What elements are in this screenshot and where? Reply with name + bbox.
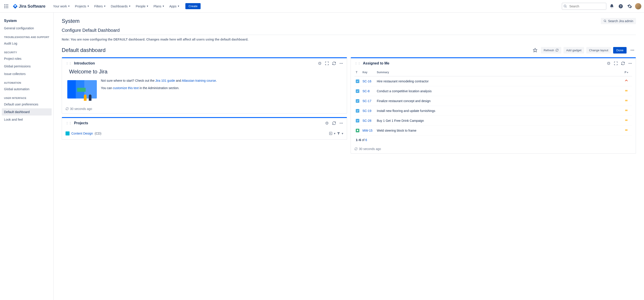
gadget-footer: 30 seconds ago [351, 144, 636, 153]
minimize-icon[interactable] [325, 121, 329, 125]
notifications-icon[interactable] [608, 3, 616, 10]
nav-item-apps[interactable]: Apps▼ [167, 3, 182, 10]
svg-point-18 [633, 50, 634, 50]
table-row[interactable]: SC-19Install new flooring and update fur… [354, 106, 632, 116]
gadget-header: ⋮⋮ Projects [62, 118, 347, 128]
search-jira-admin-button[interactable]: Search Jira admin [601, 18, 636, 24]
minimize-icon[interactable] [318, 61, 322, 65]
nav-item-people[interactable]: People▼ [134, 3, 151, 10]
svg-rect-41 [625, 130, 628, 131]
top-nav: Jira Software Your work▼Projects▼Filters… [0, 0, 644, 13]
star-icon[interactable] [532, 47, 539, 54]
drag-handle-icon[interactable]: ⋮⋮ [354, 62, 361, 65]
nav-item-your-work[interactable]: Your work▼ [51, 3, 72, 10]
more-icon[interactable] [629, 47, 636, 54]
minimize-icon[interactable] [607, 61, 611, 65]
refresh-icon[interactable] [332, 121, 336, 125]
sidebar-item-audit-log[interactable]: Audit Log [2, 40, 52, 47]
svg-point-16 [631, 50, 632, 50]
task-icon [356, 109, 359, 113]
jira-101-link[interactable]: Jira 101 guide [156, 79, 175, 82]
more-icon[interactable] [339, 61, 343, 65]
dashboard-header: Default dashboard Refresh Add gadget Cha… [62, 47, 636, 54]
issue-key[interactable]: MW-15 [362, 129, 372, 132]
chevron-down-icon: ▾ [627, 71, 628, 74]
app-switcher-icon[interactable] [3, 3, 10, 10]
sidebar-item-look-and-feel[interactable]: Look and feel [2, 116, 52, 123]
sidebar-item-project-roles[interactable]: Project roles [2, 55, 52, 62]
gadget-projects: ⋮⋮ Projects Content Design (CD) [62, 117, 347, 140]
nav-right: ? [562, 3, 641, 10]
help-icon[interactable]: ? [617, 3, 624, 10]
chevron-down-icon[interactable]: ▾ [342, 132, 343, 135]
settings-icon[interactable] [626, 3, 633, 10]
sidebar-item-global-permissions[interactable]: Global permissions [2, 63, 52, 70]
sidebar-item-default-dashboard[interactable]: Default dashboard [2, 108, 52, 116]
issue-key[interactable]: SC-8 [362, 89, 370, 93]
issue-key[interactable]: SC-19 [362, 109, 372, 113]
more-icon[interactable] [628, 61, 632, 65]
search-input[interactable] [562, 3, 606, 10]
project-icon [66, 131, 70, 135]
gadget-column-right: ⋮⋮ Assigned to Me [350, 57, 636, 154]
task-icon [356, 89, 359, 93]
issue-key[interactable]: SC-17 [362, 99, 372, 103]
divider [62, 35, 636, 35]
column-key[interactable]: Key [361, 69, 376, 76]
svg-line-14 [606, 22, 606, 22]
svg-rect-2 [8, 4, 8, 5]
search-icon [564, 5, 567, 8]
customize-link[interactable]: customize this text [113, 86, 139, 90]
logo[interactable]: Jira Software [11, 4, 47, 9]
training-link[interactable]: Atlassian training course [182, 79, 216, 82]
svg-rect-5 [8, 6, 8, 7]
nav-item-filters[interactable]: Filters▼ [92, 3, 108, 10]
table-row[interactable]: SC-8Conduct a competitive location analy… [354, 86, 632, 96]
priority-medium-icon [624, 118, 628, 122]
table-row[interactable]: SC-17Finalize restaurant concept and des… [354, 96, 632, 106]
table-row[interactable]: SC-16Hire restaurant remodeling contract… [354, 76, 632, 86]
nav-item-dashboards[interactable]: Dashboards▼ [109, 3, 133, 10]
sidebar-title: System [2, 17, 52, 25]
table-row[interactable]: MW-15Weld steering block to frame [354, 126, 632, 135]
filter-icon[interactable] [337, 132, 340, 135]
nav-item-plans[interactable]: Plans▼ [151, 3, 166, 10]
svg-rect-1 [6, 4, 6, 5]
issue-summary: Install new flooring and update furnishi… [377, 109, 435, 113]
column-summary[interactable]: Summary [376, 69, 623, 76]
column-priority[interactable]: P ▾ [623, 69, 632, 76]
avatar[interactable] [635, 3, 641, 10]
more-icon[interactable] [339, 121, 343, 125]
sidebar-item-default-user-preferences[interactable]: Default user preferences [2, 101, 52, 108]
column-type[interactable]: T [354, 69, 361, 76]
done-button[interactable]: Done [613, 47, 626, 54]
add-gadget-button[interactable]: Add gadget [564, 47, 584, 54]
refresh-icon[interactable] [621, 61, 625, 65]
svg-marker-15 [533, 48, 537, 52]
table-row[interactable]: SC-28Buy 1 Get 1 Free Drink Campaign [354, 116, 632, 126]
refresh-icon[interactable] [332, 61, 336, 65]
sidebar-item-general-configuration[interactable]: General configuration [2, 25, 52, 32]
drag-handle-icon[interactable]: ⋮⋮ [66, 62, 72, 65]
welcome-title: Welcome to Jira [69, 69, 342, 75]
issue-key[interactable]: SC-28 [362, 119, 372, 122]
chart-icon[interactable] [329, 132, 332, 135]
pagination: 1–6 of 6 [354, 135, 632, 143]
svg-rect-39 [625, 120, 628, 121]
maximize-icon[interactable] [325, 61, 329, 65]
chevron-down-icon[interactable]: ▾ [334, 132, 336, 135]
maximize-icon[interactable] [614, 61, 618, 65]
refresh-button[interactable]: Refresh [541, 47, 561, 54]
issue-summary: Buy 1 Get 1 Free Drink Campaign [377, 119, 424, 122]
sidebar-item-global-automation[interactable]: Global automation [2, 86, 52, 93]
nav-item-projects[interactable]: Projects▼ [73, 3, 92, 10]
priority-medium-icon [624, 128, 628, 132]
change-layout-button[interactable]: Change layout [586, 47, 611, 54]
svg-point-24 [342, 123, 343, 124]
pagination-total-link[interactable]: 6 [366, 138, 367, 142]
issue-key[interactable]: SC-16 [362, 80, 372, 83]
project-row[interactable]: Content Design (CD) ▾ ▾ [66, 130, 343, 137]
drag-handle-icon[interactable]: ⋮⋮ [66, 121, 72, 125]
create-button[interactable]: Create [185, 3, 200, 9]
sidebar-item-issue-collectors[interactable]: Issue collectors [2, 70, 52, 78]
